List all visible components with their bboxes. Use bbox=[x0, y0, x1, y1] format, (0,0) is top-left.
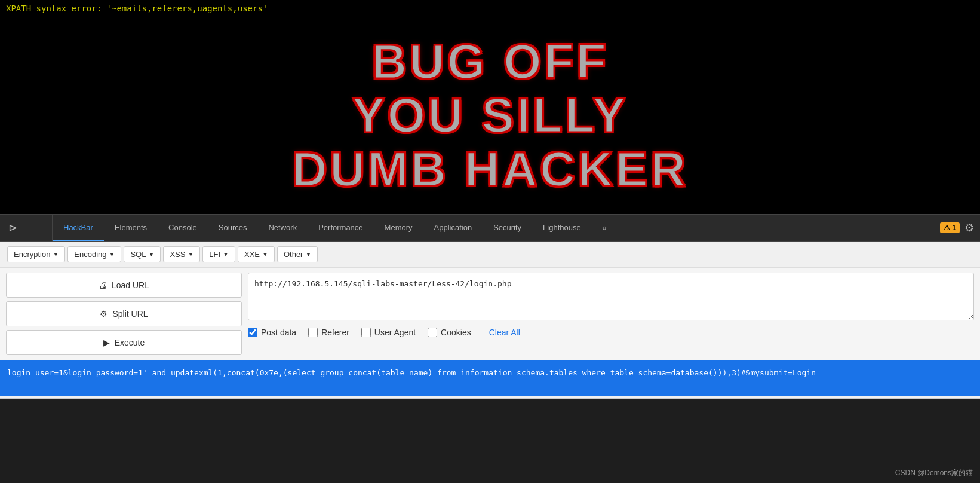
xss-label: XSS bbox=[170, 250, 185, 259]
referer-checkbox-label[interactable]: Referer bbox=[308, 328, 349, 337]
cookies-checkbox-label[interactable]: Cookies bbox=[428, 328, 471, 337]
tab-security[interactable]: Security bbox=[483, 215, 532, 241]
tab-performance[interactable]: Performance bbox=[308, 215, 373, 241]
execute-button[interactable]: ▶ Execute bbox=[6, 330, 242, 355]
tab-lighthouse[interactable]: Lighthouse bbox=[532, 215, 592, 241]
encoding-dropdown[interactable]: Encoding bbox=[67, 246, 121, 262]
tab-network[interactable]: Network bbox=[257, 215, 308, 241]
url-input[interactable]: http://192.168.5.145/sqli-labs-master/Le… bbox=[248, 273, 974, 320]
lfi-label: LFI bbox=[209, 250, 220, 259]
cookies-label: Cookies bbox=[441, 328, 471, 337]
tab-more[interactable]: » bbox=[592, 215, 618, 241]
lfi-dropdown[interactable]: LFI bbox=[202, 246, 235, 262]
postdata-checkbox[interactable] bbox=[248, 328, 257, 337]
referer-label: Referer bbox=[321, 328, 349, 337]
sql-dropdown[interactable]: SQL bbox=[124, 246, 161, 262]
hero-area: BUG OFF YOU SILLY DUMB HACKER bbox=[0, 17, 980, 214]
checkboxes-row: Post data Referer User Agent Cookies Cle… bbox=[248, 325, 974, 340]
post-data-textarea[interactable]: login_user=1&login_password=1' and updat… bbox=[0, 360, 980, 396]
postdata-label: Post data bbox=[261, 328, 296, 337]
clear-all-button[interactable]: Clear All bbox=[489, 328, 520, 337]
bug-off-message: BUG OFF YOU SILLY DUMB HACKER bbox=[292, 35, 689, 197]
xxe-dropdown[interactable]: XXE bbox=[238, 246, 275, 262]
xss-dropdown[interactable]: XSS bbox=[163, 246, 200, 262]
tab-application[interactable]: Application bbox=[423, 215, 483, 241]
error-bar: XPATH syntax error: '~emails,referers,ua… bbox=[0, 0, 980, 17]
hero-line3: DUMB HACKER bbox=[292, 142, 689, 196]
devtools-right-controls: ⚠ 1 ⚙ bbox=[940, 215, 980, 241]
hackbar-buttons: 🖨 Load URL ⚙ Split URL ▶ Execute bbox=[0, 273, 248, 355]
tab-hackbar[interactable]: HackBar bbox=[53, 215, 104, 241]
execute-label: Execute bbox=[115, 338, 145, 347]
devtools-bar: ⊳ □ HackBar Elements Console Sources Net… bbox=[0, 214, 980, 242]
split-url-label: Split URL bbox=[112, 309, 148, 319]
hero-line2: YOU SILLY bbox=[292, 88, 689, 142]
tab-elements[interactable]: Elements bbox=[104, 215, 158, 241]
useragent-checkbox-label[interactable]: User Agent bbox=[361, 328, 416, 337]
hackbar-url-area: http://192.168.5.145/sqli-labs-master/Le… bbox=[248, 273, 980, 355]
referer-checkbox[interactable] bbox=[308, 328, 318, 337]
devtools-tabs: HackBar Elements Console Sources Network… bbox=[53, 215, 940, 241]
load-url-button[interactable]: 🖨 Load URL bbox=[6, 273, 242, 298]
encoding-label: Encoding bbox=[74, 250, 106, 259]
hero-line1: BUG OFF bbox=[292, 35, 689, 88]
warning-count: 1 bbox=[952, 224, 956, 232]
load-url-icon: 🖨 bbox=[99, 280, 107, 290]
xxe-label: XXE bbox=[244, 250, 260, 259]
tab-sources[interactable]: Sources bbox=[208, 215, 258, 241]
warning-badge[interactable]: ⚠ 1 bbox=[940, 222, 960, 233]
encryption-dropdown[interactable]: Encryption bbox=[7, 246, 65, 262]
other-label: Other bbox=[284, 250, 303, 259]
footer-attribution: CSDN @Demons家的猫 bbox=[895, 468, 973, 478]
tab-console[interactable]: Console bbox=[158, 215, 208, 241]
attribution-text: CSDN @Demons家的猫 bbox=[895, 469, 973, 477]
cookies-checkbox[interactable] bbox=[428, 328, 437, 337]
split-url-icon: ⚙ bbox=[100, 309, 107, 319]
tab-memory[interactable]: Memory bbox=[374, 215, 423, 241]
load-url-label: Load URL bbox=[112, 280, 149, 290]
useragent-label: User Agent bbox=[374, 328, 416, 337]
settings-gear-icon[interactable]: ⚙ bbox=[964, 221, 974, 234]
error-text: XPATH syntax error: '~emails,referers,ua… bbox=[6, 4, 268, 13]
devtools-inspect-icon[interactable]: □ bbox=[26, 215, 53, 241]
useragent-checkbox[interactable] bbox=[361, 328, 371, 337]
warning-icon: ⚠ bbox=[944, 224, 950, 232]
hackbar-panel: Encryption Encoding SQL XSS LFI XXE Othe… bbox=[0, 242, 980, 399]
split-url-button[interactable]: ⚙ Split URL bbox=[6, 301, 242, 326]
devtools-toggle-icon[interactable]: ⊳ bbox=[0, 215, 26, 241]
encryption-label: Encryption bbox=[14, 250, 50, 259]
postdata-checkbox-label[interactable]: Post data bbox=[248, 328, 296, 337]
other-dropdown[interactable]: Other bbox=[277, 246, 318, 262]
hackbar-main: 🖨 Load URL ⚙ Split URL ▶ Execute http://… bbox=[0, 268, 980, 360]
hackbar-toolbar: Encryption Encoding SQL XSS LFI XXE Othe… bbox=[0, 242, 980, 268]
sql-label: SQL bbox=[130, 250, 146, 259]
execute-icon: ▶ bbox=[103, 338, 110, 347]
